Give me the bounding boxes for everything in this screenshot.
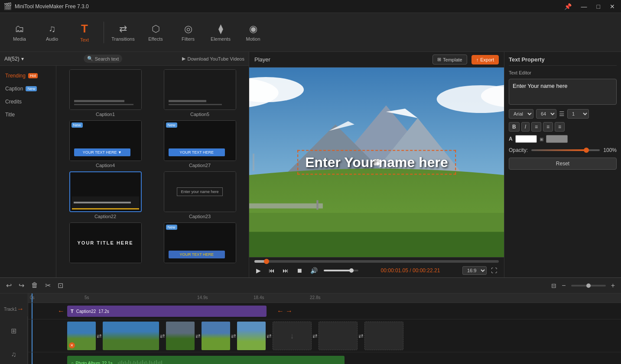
- zoom-plus-button[interactable]: +: [608, 280, 618, 291]
- time-cursor[interactable]: [32, 293, 33, 303]
- volume-button[interactable]: 🔊: [309, 266, 319, 275]
- text-editor[interactable]: Enter Your name here: [509, 79, 617, 105]
- volume-bar[interactable]: [324, 270, 358, 271]
- export-button[interactable]: ↑ Export: [471, 55, 499, 64]
- zoom-slider-handle[interactable]: [586, 283, 591, 288]
- toolbar-audio[interactable]: ♫ Audio: [37, 15, 67, 50]
- toolbar-text[interactable]: T Text: [69, 15, 100, 50]
- swap-icon-4[interactable]: ⇄: [231, 322, 236, 350]
- new-badge-caption27: New: [166, 122, 177, 128]
- minimize-button[interactable]: —: [579, 2, 590, 11]
- template-label: Template: [443, 57, 462, 62]
- aspect-ratio-select[interactable]: 16:9 9:16 1:1 4:3: [462, 266, 487, 275]
- crop-button[interactable]: ⊡: [55, 280, 66, 291]
- undo-button[interactable]: ↩: [3, 280, 14, 291]
- svg-rect-31: [142, 360, 143, 364]
- thumb-caption-ribbon2[interactable]: New YOUR TEXT HERE: [154, 222, 245, 265]
- opacity-slider[interactable]: [531, 149, 600, 151]
- next-button[interactable]: ⏭: [281, 266, 290, 275]
- zoom-minus-button[interactable]: −: [559, 280, 568, 291]
- bold-button[interactable]: B: [509, 122, 520, 132]
- toolbar-filters[interactable]: ◎ Filters: [173, 15, 203, 50]
- time-mark-228: 22.8s: [310, 295, 320, 300]
- swap-icon-6[interactable]: ⇄: [312, 322, 318, 350]
- reset-button[interactable]: Reset: [509, 158, 617, 170]
- empty-slot-1[interactable]: ↓: [273, 322, 312, 350]
- sidebar-item-credits[interactable]: Credits: [0, 95, 56, 108]
- close-button[interactable]: ✕: [607, 2, 618, 11]
- size-select[interactable]: 64 48 36 24: [536, 109, 556, 119]
- swap-icon-7[interactable]: ⇄: [358, 322, 364, 350]
- num-select[interactable]: 1 1.5 2: [567, 109, 589, 119]
- volume-handle[interactable]: [349, 268, 354, 273]
- align-right-button[interactable]: ≡: [555, 122, 565, 132]
- thumb-caption1[interactable]: Caption1: [60, 69, 151, 117]
- thumb-caption4[interactable]: New YOUR TEXT HERE ▼ Caption4: [60, 120, 151, 168]
- italic-button[interactable]: I: [521, 122, 530, 132]
- caption-block[interactable]: T Caption22 17.2s ← ← →: [67, 306, 267, 317]
- template-button[interactable]: ⊞ Template: [432, 55, 467, 64]
- svg-rect-26: [133, 361, 134, 364]
- sidebar-item-caption[interactable]: Caption New: [0, 82, 56, 95]
- caption-cursor: [32, 303, 33, 319]
- vid-thumb-2[interactable]: [103, 322, 159, 350]
- progress-bar[interactable]: [254, 260, 499, 263]
- prev-button[interactable]: ⏮: [267, 266, 276, 275]
- toolbar-effects[interactable]: ⬡ Effects: [140, 15, 171, 50]
- sidebar-item-title[interactable]: Title: [0, 108, 56, 121]
- waveform: [118, 359, 335, 364]
- redo-button[interactable]: ↪: [16, 280, 27, 291]
- toolbar-elements[interactable]: ⧫ Elements: [205, 15, 236, 50]
- thumb-label-caption27: Caption27: [189, 163, 211, 168]
- app-title: MiniTool MovieMaker Free 7.3.0: [15, 3, 89, 10]
- stop-button[interactable]: ⏹: [295, 266, 304, 275]
- swap-icon-3[interactable]: ⇄: [195, 322, 201, 350]
- delete-button[interactable]: 🗑: [29, 280, 41, 291]
- video-track-icon: ⊞: [11, 327, 16, 335]
- swap-icon-5[interactable]: ⇄: [267, 322, 272, 350]
- toolbar-transitions[interactable]: ⇄ Transitions: [108, 15, 138, 50]
- thumb-caption23[interactable]: Enter your name here Caption23: [154, 171, 245, 219]
- category-dropdown[interactable]: All(52) ▾: [4, 56, 24, 62]
- empty-slot-2[interactable]: [319, 322, 358, 350]
- caption-duration: 17.2s: [98, 309, 109, 314]
- audio-track-label: ♫: [0, 345, 28, 364]
- fullscreen-button[interactable]: ⛶: [489, 266, 499, 275]
- pin-button[interactable]: 📌: [562, 2, 574, 11]
- text-color-swatch[interactable]: [515, 135, 537, 143]
- swap-icon-1[interactable]: ⇄: [97, 322, 102, 350]
- search-bar[interactable]: 🔍 Search text: [84, 55, 123, 63]
- window-controls[interactable]: 📌 — □ ✕: [562, 2, 618, 11]
- split-view-icon[interactable]: ⊟: [551, 282, 556, 289]
- audio-track-row: ♫ Photo Album 22.1s: [28, 352, 621, 364]
- download-btn[interactable]: ▶ Download YouTube Videos: [182, 56, 244, 61]
- align-left-button[interactable]: ≡: [543, 122, 553, 132]
- align-center-button[interactable]: ≡: [531, 122, 541, 132]
- font-select[interactable]: Arial: [509, 109, 533, 119]
- progress-handle[interactable]: [264, 259, 269, 264]
- vid-thumb-3[interactable]: [166, 322, 195, 350]
- sidebar-item-trending[interactable]: Trending Hot: [0, 69, 56, 82]
- swap-icon-2[interactable]: ⇄: [160, 322, 165, 350]
- empty-slot-3[interactable]: [364, 322, 403, 350]
- thumb-caption-title[interactable]: YOUR TITLE HERE: [60, 222, 151, 265]
- thumb-caption27[interactable]: New YOUR TEXT HERE Caption27: [154, 120, 245, 168]
- toolbar-motion[interactable]: ◉ Motion: [238, 15, 268, 50]
- thumb-caption5[interactable]: Caption5: [154, 69, 245, 117]
- maximize-button[interactable]: □: [594, 2, 603, 11]
- opacity-handle[interactable]: [584, 148, 589, 153]
- bg-color-swatch[interactable]: [546, 135, 568, 143]
- time-mark-5: 5s: [85, 295, 89, 300]
- audio-block[interactable]: ♫ Photo Album 22.1s: [67, 356, 345, 364]
- vid-thumb-1[interactable]: ✕: [67, 322, 96, 350]
- thumb-caption22[interactable]: Caption22: [60, 171, 151, 219]
- vid-thumb-5[interactable]: [237, 322, 266, 350]
- zoom-slider[interactable]: [571, 285, 606, 287]
- svg-rect-16: [249, 232, 504, 257]
- toolbar-media[interactable]: 🗂 Media: [4, 15, 35, 50]
- split-button[interactable]: ✂: [42, 280, 53, 291]
- play-button[interactable]: ▶: [254, 266, 263, 275]
- text-overlay[interactable]: Enter Your name here: [297, 150, 456, 175]
- main-content: All(52) ▾ 🔍 Search text ▶ Download YouTu…: [0, 52, 621, 277]
- vid-thumb-4[interactable]: [202, 322, 230, 350]
